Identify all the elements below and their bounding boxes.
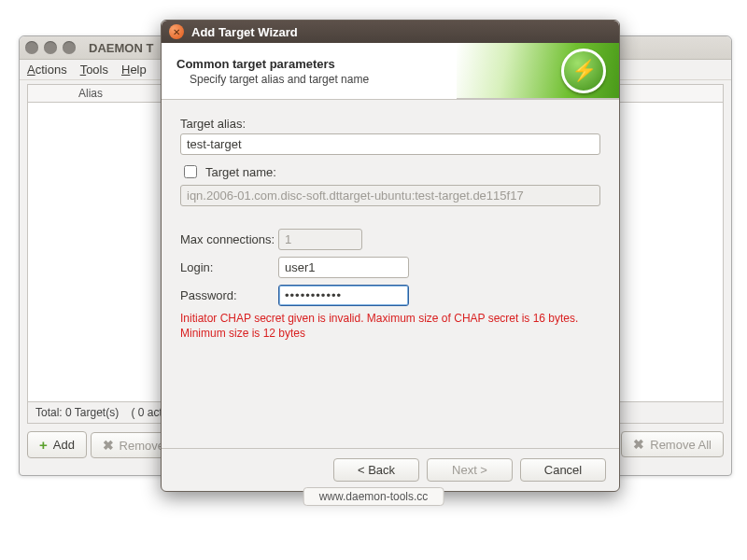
x-icon: ✖: [633, 437, 644, 452]
lightning-icon: ⚡: [561, 49, 606, 93]
x-icon: ✖: [103, 438, 114, 453]
main-title: DAEMON T: [89, 41, 153, 55]
alias-input[interactable]: [180, 133, 600, 155]
error-message: Initiator CHAP secret given is invalid. …: [180, 312, 600, 341]
back-button[interactable]: < Back: [333, 458, 419, 482]
maximize-icon[interactable]: [63, 41, 76, 54]
add-target-wizard: ✕ Add Target Wizard Common target parame…: [161, 20, 620, 492]
url-label: www.daemon-tools.cc: [303, 487, 444, 506]
close-icon[interactable]: ✕: [169, 24, 184, 39]
wizard-title: Add Target Wizard: [191, 25, 298, 39]
password-input[interactable]: [278, 285, 409, 306]
plus-icon: +: [39, 437, 48, 453]
alias-label: Target alias:: [180, 117, 600, 131]
target-name-label: Target name:: [205, 165, 276, 179]
maxconn-label: Max connections:: [180, 232, 278, 246]
wizard-header-graphic: ⚡: [457, 43, 619, 99]
target-name-checkbox[interactable]: [184, 165, 197, 178]
wizard-body: Target alias: Target name: Max connectio…: [162, 100, 619, 448]
minimize-icon[interactable]: [44, 41, 57, 54]
password-label: Password:: [180, 288, 278, 302]
menu-actions[interactable]: Actions: [27, 63, 67, 77]
cancel-button[interactable]: Cancel: [520, 458, 606, 482]
wizard-footer: < Back Next > Cancel: [162, 448, 619, 491]
login-input[interactable]: [278, 257, 409, 278]
menu-tools[interactable]: Tools: [80, 63, 108, 77]
close-icon[interactable]: [25, 41, 38, 54]
add-button[interactable]: +Add: [27, 431, 87, 458]
wizard-titlebar: ✕ Add Target Wizard: [162, 21, 619, 43]
target-name-input: [180, 185, 600, 206]
login-label: Login:: [180, 260, 278, 274]
menu-help[interactable]: Help: [121, 63, 147, 77]
remove-all-button: ✖Remove All: [621, 431, 724, 457]
maxconn-input: [278, 229, 362, 250]
next-button: Next >: [427, 458, 513, 482]
wizard-header: Common target parameters Specify target …: [162, 43, 619, 100]
status-total: Total: 0 Target(s): [35, 406, 119, 419]
